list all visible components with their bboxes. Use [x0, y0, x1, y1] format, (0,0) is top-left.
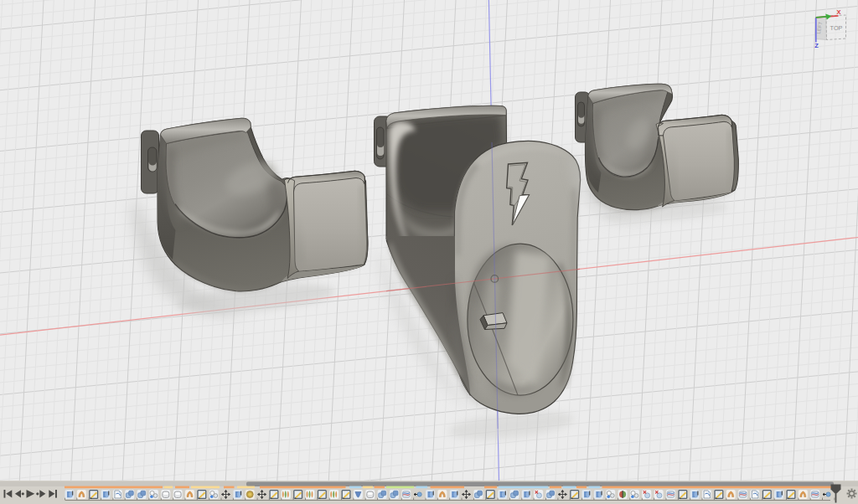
svg-text:Z: Z — [814, 42, 819, 49]
svg-text:TOP: TOP — [830, 24, 843, 32]
svg-text:X: X — [837, 8, 841, 16]
